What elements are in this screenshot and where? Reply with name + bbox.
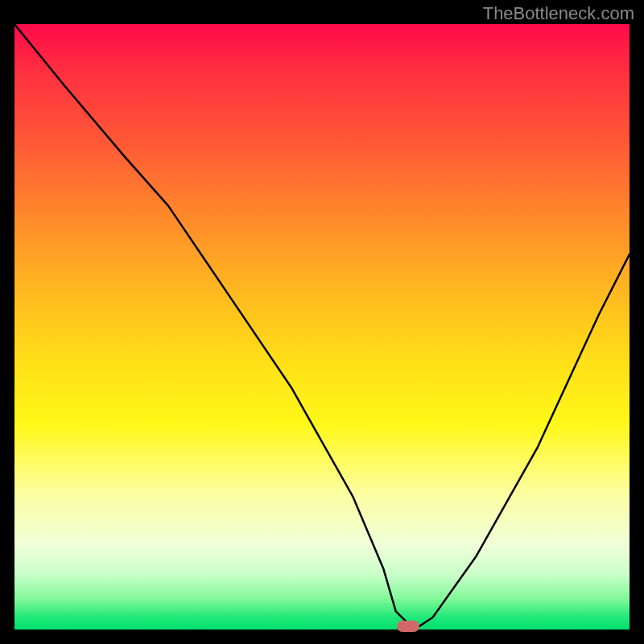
- chart-plot-area: [14, 24, 630, 630]
- optimum-marker: [397, 621, 419, 632]
- bottleneck-curve: [14, 24, 630, 630]
- watermark-text: TheBottleneck.com: [483, 3, 634, 24]
